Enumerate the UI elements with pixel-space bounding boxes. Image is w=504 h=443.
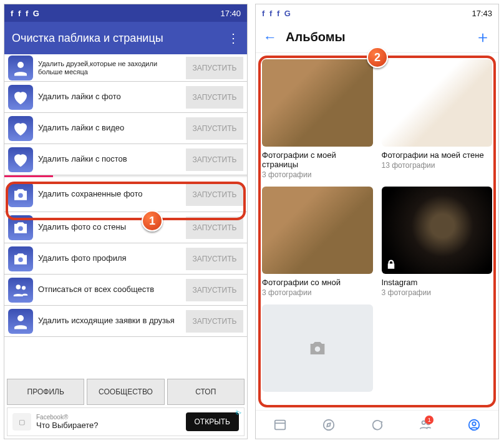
run-button[interactable]: ЗАПУСТИТЬ (186, 57, 243, 79)
album-thumb (382, 59, 493, 147)
row-label: Удалить сохраненные фото (38, 190, 181, 199)
heart-icon (8, 116, 33, 141)
action-list: Удалить друзей,которые не заходили больш… (4, 54, 247, 337)
ad-icon: ▢ (12, 413, 31, 431)
run-button[interactable]: ЗАПУСТИТЬ (186, 148, 243, 171)
row-label: Удалить лайки с фото (38, 92, 181, 102)
svg-point-0 (17, 62, 24, 68)
row-label: Удалить лайки с постов (38, 155, 181, 164)
ad-banner[interactable]: ▢ Facebook® Что Выбираете? ОТКРЫТЬ i▷ (7, 407, 245, 436)
album-name: Фотографии с моей страницы (262, 150, 373, 169)
nav-profile-icon[interactable] (450, 411, 498, 439)
status-bar: f f f G 17:40 (4, 4, 247, 22)
people-icon (8, 278, 33, 303)
run-button[interactable]: ЗАПУСТИТЬ (186, 279, 243, 301)
list-item[interactable]: Удалить фото со стены ЗАПУСТИТЬ (4, 212, 247, 243)
row-label: Удалить друзей,которые не заходили больш… (38, 60, 181, 75)
person-icon (8, 309, 33, 334)
album-thumb (382, 187, 493, 274)
run-button[interactable]: ЗАПУСТИТЬ (186, 310, 243, 333)
more-icon[interactable]: ⋮ (227, 31, 240, 46)
community-button[interactable]: СООБЩЕСТВО (87, 379, 164, 405)
svg-point-2 (18, 226, 23, 231)
profile-button[interactable]: ПРОФИЛЬ (7, 379, 84, 405)
row-label: Удалить лайки с видео (38, 124, 181, 133)
ad-brand: Facebook® (36, 414, 181, 421)
add-icon[interactable]: ＋ (475, 26, 491, 48)
list-item[interactable]: Удалить лайки с видео ЗАПУСТИТЬ (4, 113, 247, 144)
camera-icon (8, 246, 33, 271)
page-title: Очистка паблика и страницы (12, 32, 163, 45)
run-button[interactable]: ЗАПУСТИТЬ (186, 86, 243, 109)
list-item[interactable]: Удалить фото профиля ЗАПУСТИТЬ (4, 243, 247, 275)
svg-point-15 (472, 422, 476, 426)
svg-point-1 (18, 193, 23, 198)
stop-button[interactable]: СТОП (167, 379, 245, 405)
status-time: 17:43 (472, 9, 492, 18)
annotation-badge-2: 2 (367, 47, 388, 68)
album-item[interactable]: Фотографии на моей стене 13 фотографии (382, 59, 493, 179)
status-icons: f f f G (11, 9, 41, 18)
album-name: Фотографии со мной (262, 278, 373, 287)
list-item[interactable]: Удалить лайки с постов ЗАПУСТИТЬ (4, 144, 247, 175)
page-title: Альбомы (286, 30, 466, 44)
svg-rect-8 (275, 420, 286, 429)
adchoices-icon[interactable]: i▷ (236, 409, 241, 416)
list-item[interactable]: Удалить друзей,которые не заходили больш… (4, 54, 247, 82)
nav-news-icon[interactable] (256, 411, 304, 439)
album-thumb (262, 59, 373, 147)
album-count: 13 фотографии (382, 161, 493, 170)
row-label: Удалить фото профиля (38, 254, 181, 263)
status-icons: f f f G (262, 9, 292, 18)
camera-icon (8, 182, 33, 207)
progress-bar (4, 175, 247, 177)
bottom-nav: 1 (256, 410, 498, 439)
list-item[interactable]: Удалить лайки с фото ЗАПУСТИТЬ (4, 82, 247, 113)
nav-friends-icon[interactable]: 1 (401, 411, 450, 439)
album-item[interactable]: Фотографии с моей страницы 3 фотографии (262, 59, 373, 179)
album-grid: Фотографии с моей страницы 3 фотографии … (256, 53, 498, 398)
svg-marker-11 (327, 423, 331, 427)
annotation-badge-1: 1 (142, 210, 163, 231)
nav-messages-icon[interactable] (353, 411, 402, 439)
album-item-empty[interactable] (262, 304, 373, 392)
app-bar: Очистка паблика и страницы ⋮ (4, 22, 247, 54)
run-button[interactable]: ЗАПУСТИТЬ (186, 117, 243, 140)
camera-icon (8, 215, 33, 240)
ad-line: Что Выбираете? (36, 421, 181, 430)
svg-point-5 (22, 286, 26, 290)
row-label: Удалить исходящие заявки в друзья (38, 316, 181, 326)
row-label: Отписаться от всех сообществ (38, 285, 181, 295)
list-item[interactable]: Удалить сохраненные фото ЗАПУСТИТЬ (4, 177, 247, 212)
back-icon[interactable]: ← (263, 29, 277, 46)
album-thumb (262, 304, 373, 392)
run-button[interactable]: ЗАПУСТИТЬ (186, 183, 243, 206)
status-bar: f f f G 17:43 (256, 4, 498, 22)
list-item[interactable]: Отписаться от всех сообществ ЗАПУСТИТЬ (4, 275, 247, 306)
album-count: 3 фотографии (382, 288, 493, 297)
camera-icon (307, 338, 328, 359)
ad-text: Facebook® Что Выбираете? (36, 414, 181, 430)
album-count: 3 фотографии (262, 288, 373, 297)
heart-icon (8, 85, 33, 110)
album-name: Фотографии на моей стене (382, 150, 493, 160)
nav-discover-icon[interactable] (304, 411, 353, 439)
svg-point-7 (315, 346, 321, 352)
heart-icon (8, 147, 33, 172)
run-button[interactable]: ЗАПУСТИТЬ (186, 248, 243, 270)
list-item[interactable]: Удалить исходящие заявки в друзья ЗАПУСТ… (4, 306, 247, 337)
ad-open-button[interactable]: ОТКРЫТЬ (186, 412, 240, 431)
status-time: 17:40 (220, 9, 241, 18)
album-item[interactable]: Instagram 3 фотографии (382, 187, 493, 297)
album-name: Instagram (382, 278, 493, 287)
lock-icon (385, 259, 397, 270)
svg-point-10 (323, 419, 334, 430)
album-thumb (262, 187, 373, 274)
album-item[interactable]: Фотографии со мной 3 фотографии (262, 187, 373, 297)
album-count: 3 фотографии (262, 170, 373, 179)
run-button[interactable]: ЗАПУСТИТЬ (186, 217, 243, 239)
bottom-bar: ПРОФИЛЬ СООБЩЕСТВО СТОП (7, 379, 245, 405)
person-icon (8, 56, 33, 80)
svg-point-4 (16, 285, 21, 290)
svg-point-3 (18, 257, 23, 262)
